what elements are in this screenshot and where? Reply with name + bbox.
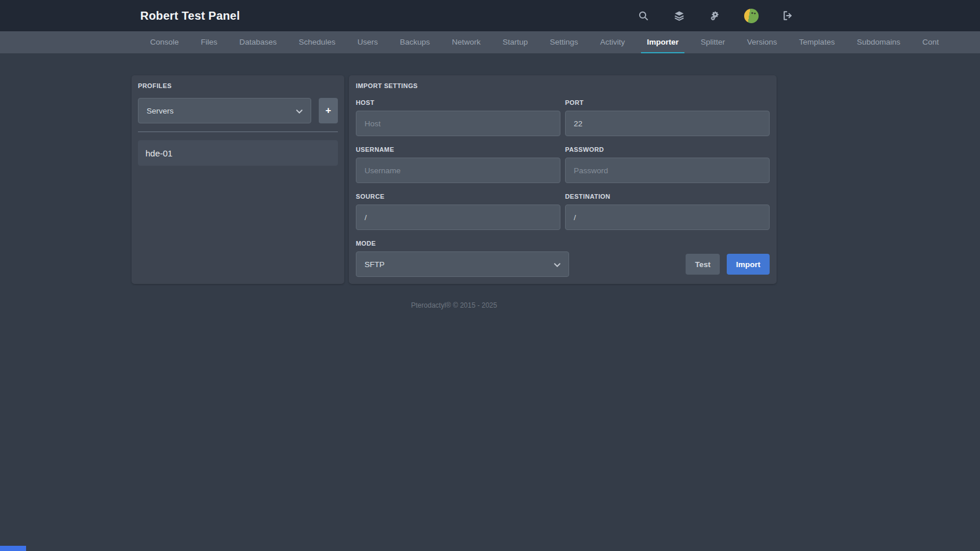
profile-type-select[interactable]: Servers bbox=[138, 98, 311, 123]
copyright-footer: Pterodactyl® © 2015 - 2025 bbox=[132, 301, 777, 309]
host-input[interactable] bbox=[356, 111, 560, 136]
importer-page: PROFILES Servers + hde-01 IMPORT SETTING… bbox=[132, 75, 777, 284]
tab-startup[interactable]: Startup bbox=[497, 31, 534, 53]
tab-files[interactable]: Files bbox=[195, 31, 224, 53]
tab-templates[interactable]: Templates bbox=[793, 31, 841, 53]
tab-splitter[interactable]: Splitter bbox=[695, 31, 731, 53]
password-label: PASSWORD bbox=[565, 146, 770, 153]
tab-settings[interactable]: Settings bbox=[544, 31, 584, 53]
tab-importer[interactable]: Importer bbox=[641, 31, 684, 53]
port-input[interactable] bbox=[565, 111, 770, 136]
profile-name: hde-01 bbox=[145, 148, 173, 158]
port-label: PORT bbox=[565, 99, 770, 106]
chevron-down-icon bbox=[296, 107, 303, 115]
mode-select-value: SFTP bbox=[365, 260, 385, 269]
destination-input[interactable] bbox=[565, 205, 770, 230]
tab-users[interactable]: Users bbox=[352, 31, 384, 53]
profile-list-item[interactable]: hde-01 bbox=[138, 140, 338, 166]
host-label: HOST bbox=[356, 99, 560, 106]
import-settings-title: IMPORT SETTINGS bbox=[356, 82, 770, 89]
profiles-panel: PROFILES Servers + hde-01 bbox=[132, 75, 344, 284]
server-subnav: Console Files Databases Schedules Users … bbox=[0, 31, 980, 53]
layers-icon[interactable] bbox=[672, 9, 686, 23]
user-avatar[interactable] bbox=[744, 9, 759, 23]
password-input[interactable] bbox=[565, 158, 770, 183]
search-icon[interactable] bbox=[636, 9, 650, 23]
gears-icon[interactable] bbox=[708, 9, 722, 23]
profiles-divider bbox=[138, 132, 338, 132]
tab-backups[interactable]: Backups bbox=[394, 31, 436, 53]
import-button[interactable]: Import bbox=[727, 254, 770, 275]
tab-network[interactable]: Network bbox=[446, 31, 487, 53]
profile-type-select-value: Servers bbox=[147, 107, 174, 115]
header: Robert Test Panel bbox=[0, 0, 980, 31]
tab-versions[interactable]: Versions bbox=[741, 31, 783, 53]
mode-select[interactable]: SFTP bbox=[356, 251, 569, 277]
header-actions bbox=[636, 9, 795, 23]
source-input[interactable] bbox=[356, 205, 560, 230]
username-input[interactable] bbox=[356, 158, 560, 183]
import-settings-panel: IMPORT SETTINGS HOST PORT USERNAME PASSW… bbox=[349, 75, 777, 284]
tab-subdomains[interactable]: Subdomains bbox=[851, 31, 906, 53]
chevron-down-icon bbox=[554, 260, 560, 269]
source-label: SOURCE bbox=[356, 193, 560, 200]
sign-out-icon[interactable] bbox=[781, 9, 795, 23]
add-profile-button[interactable]: + bbox=[319, 98, 338, 123]
username-label: USERNAME bbox=[356, 146, 560, 153]
profiles-title: PROFILES bbox=[138, 82, 338, 89]
tab-databases[interactable]: Databases bbox=[234, 31, 283, 53]
destination-label: DESTINATION bbox=[565, 193, 770, 200]
tab-schedules[interactable]: Schedules bbox=[293, 31, 341, 53]
tab-activity[interactable]: Activity bbox=[595, 31, 631, 53]
bottom-left-blue-fragment bbox=[0, 546, 26, 551]
test-button[interactable]: Test bbox=[686, 254, 720, 275]
tab-console[interactable]: Console bbox=[144, 31, 185, 53]
page-title: Robert Test Panel bbox=[140, 9, 240, 23]
mode-label: MODE bbox=[356, 240, 770, 247]
tab-cont-truncated[interactable]: Cont bbox=[916, 31, 945, 53]
